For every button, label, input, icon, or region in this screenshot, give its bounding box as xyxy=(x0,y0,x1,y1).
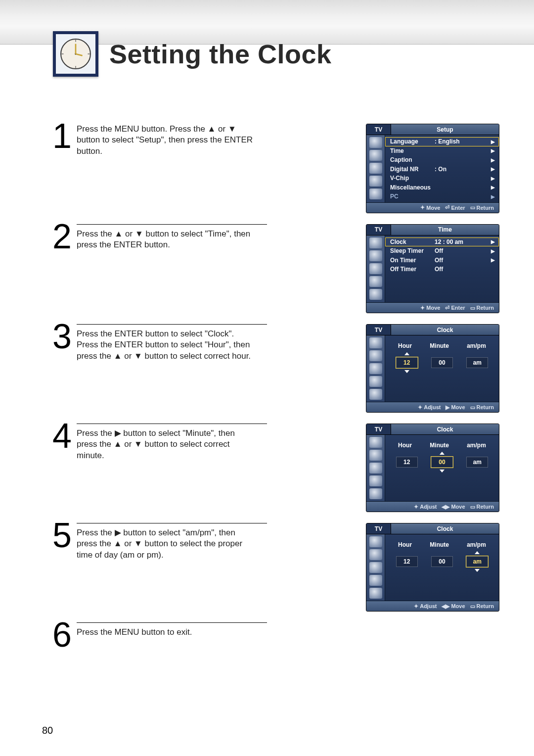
osd-clock-cell[interactable]: 12 xyxy=(396,556,418,567)
osd-corner-label: TV xyxy=(366,523,391,534)
osd-hint: ⏎Enter xyxy=(445,305,465,311)
osd-menu-row[interactable]: Clock12 : 00 am▶ xyxy=(385,237,499,247)
osd-title: Setup xyxy=(391,126,499,133)
osd-sidebar-icon xyxy=(369,389,382,400)
osd-menu: Clock12 : 00 am▶Sleep TimerOff▶On TimerO… xyxy=(385,236,499,303)
osd-sidebar-icon xyxy=(369,575,382,586)
chevron-right-icon: ▶ xyxy=(491,176,495,181)
osd-corner-label: TV xyxy=(366,424,391,434)
osd-menu-label: Language xyxy=(390,138,435,145)
osd-menu-label: Clock xyxy=(390,238,435,245)
osd-menu-row[interactable]: Time▶ xyxy=(385,146,499,156)
osd-sidebar-icon xyxy=(369,176,382,187)
osd-hint: ✦Adjust xyxy=(414,603,437,610)
osd-clock-ampm: TVClock HourMinuteam/pm 1200am ✦Adjust◀▶… xyxy=(366,523,499,612)
osd-hint: ✦Adjust xyxy=(418,404,441,411)
osd-menu-row[interactable]: Miscellaneous▶ xyxy=(385,183,499,192)
chevron-right-icon: ▶ xyxy=(491,148,495,153)
step-number: 2 xyxy=(49,221,72,252)
arrow-up-icon xyxy=(440,452,445,455)
step-number: 3 xyxy=(49,321,72,352)
osd-hint: ⏎Enter xyxy=(445,204,465,211)
osd-sidebar-icon xyxy=(369,463,382,473)
osd-menu: Language: English▶Time▶Caption▶Digital N… xyxy=(385,135,499,202)
osd-menu-label: Miscellaneous xyxy=(390,184,435,191)
osd-menu-row[interactable]: Language: English▶ xyxy=(385,137,499,146)
page-number: 80 xyxy=(42,725,53,736)
osd-sidebar-icons xyxy=(366,135,385,202)
osd-clock-cell[interactable]: 00 xyxy=(431,556,453,567)
osd-menu-label: Off Timer xyxy=(390,266,435,273)
osd-menu-row[interactable]: On TimerOff▶ xyxy=(385,256,499,265)
step-text: Press the MENU button to exit. xyxy=(77,622,267,638)
chevron-right-icon: ▶ xyxy=(491,239,495,244)
osd-hint: ✦Move xyxy=(420,204,440,211)
osd-title: Clock xyxy=(391,426,499,433)
step-number: 5 xyxy=(49,520,72,551)
osd-clock-header: am/pm xyxy=(467,342,486,349)
osd-clock-cell[interactable]: am xyxy=(466,357,488,368)
osd-menu-label: Time xyxy=(390,147,435,154)
osd-clock-cell[interactable]: 00 xyxy=(431,457,453,468)
osd-menu-row[interactable]: Sleep TimerOff▶ xyxy=(385,246,499,256)
step-text: Press the ENTER button to select "Clock"… xyxy=(77,324,267,362)
chevron-right-icon: ▶ xyxy=(491,157,495,163)
osd-menu-row[interactable]: Caption▶ xyxy=(385,155,499,165)
arrow-down-icon xyxy=(475,569,480,572)
step-4: 4 Press the ▶ button to select "Minute",… xyxy=(49,424,499,512)
step-text: Press the MENU button. Press the ▲ or ▼ … xyxy=(77,124,267,157)
osd-sidebar-icon xyxy=(369,536,382,547)
osd-menu-row[interactable]: Off TimerOff xyxy=(385,265,499,274)
osd-menu-label: On Timer xyxy=(390,257,435,264)
osd-menu-label: Caption xyxy=(390,156,435,163)
osd-sidebar-icon xyxy=(369,237,382,248)
osd-sidebar-icons xyxy=(366,534,385,601)
step-text: Press the ▲ or ▼ button to select "Time"… xyxy=(77,224,267,251)
osd-sidebar-icon xyxy=(369,337,382,348)
step-3: 3 Press the ENTER button to select "Cloc… xyxy=(49,324,499,413)
clock-icon xyxy=(53,31,98,77)
osd-menu-row[interactable]: Digital NR: On▶ xyxy=(385,165,499,174)
step-number: 6 xyxy=(49,619,72,651)
osd-hint: ◀▶Move xyxy=(442,603,465,610)
chevron-right-icon: ▶ xyxy=(491,257,495,263)
osd-sidebar-icon xyxy=(369,488,382,499)
step-number: 4 xyxy=(49,421,72,452)
osd-clock-cell[interactable]: am xyxy=(466,556,488,567)
osd-hint: ◀▶Move xyxy=(442,504,465,510)
osd-clock-header: am/pm xyxy=(467,442,486,449)
osd-panel: TVTime Clock12 : 00 am▶Sleep TimerOff▶On… xyxy=(366,224,499,314)
osd-panel: TVClock HourMinuteam/pm 1200am ✦Adjust◀▶… xyxy=(366,424,499,512)
osd-menu-row[interactable]: V-Chip▶ xyxy=(385,174,499,183)
osd-sidebar-icon xyxy=(369,189,382,199)
osd-clock-min: TVClock HourMinuteam/pm 1200am ✦Adjust◀▶… xyxy=(366,424,499,512)
osd-sidebar-icon xyxy=(369,549,382,560)
osd-title: Clock xyxy=(391,525,499,532)
osd-panel: TVClock HourMinuteam/pm 1200am ✦Adjust◀▶… xyxy=(366,523,499,612)
chevron-right-icon: ▶ xyxy=(491,185,495,190)
osd-clock-cell[interactable]: 12 xyxy=(396,357,418,368)
osd-sidebar-icon xyxy=(369,150,382,161)
step-2: 2 Press the ▲ or ▼ button to select "Tim… xyxy=(49,224,499,314)
osd-menu-label: V-Chip xyxy=(390,175,435,182)
osd-hint: ▭Return xyxy=(470,504,494,510)
osd-menu-row[interactable]: PC▶ xyxy=(385,192,499,201)
step-6: 6 Press the MENU button to exit. xyxy=(49,622,499,651)
osd-sidebar-icon xyxy=(369,450,382,461)
arrow-up-icon xyxy=(475,551,480,554)
osd-clock-cell[interactable]: 00 xyxy=(431,357,453,368)
osd-clock-cell[interactable]: 12 xyxy=(396,457,418,468)
osd-menu-value: 12 : 00 am xyxy=(435,238,464,245)
osd-sidebar-icon xyxy=(369,163,382,174)
osd-sidebar-icon xyxy=(369,475,382,486)
osd-sidebar-icon xyxy=(369,263,382,274)
osd-clock-header: Hour xyxy=(398,442,412,449)
osd-hint: ▭Return xyxy=(470,404,494,411)
osd-hint: ▭Return xyxy=(470,603,494,610)
osd-hint: ▭Return xyxy=(470,204,494,211)
osd-sidebar-icon xyxy=(369,350,382,361)
osd-clock-cell[interactable]: am xyxy=(466,457,488,468)
osd-clock-header: am/pm xyxy=(467,541,486,548)
osd-menu-value: : On xyxy=(435,166,464,173)
osd-time: TVTime Clock12 : 00 am▶Sleep TimerOff▶On… xyxy=(366,224,499,314)
